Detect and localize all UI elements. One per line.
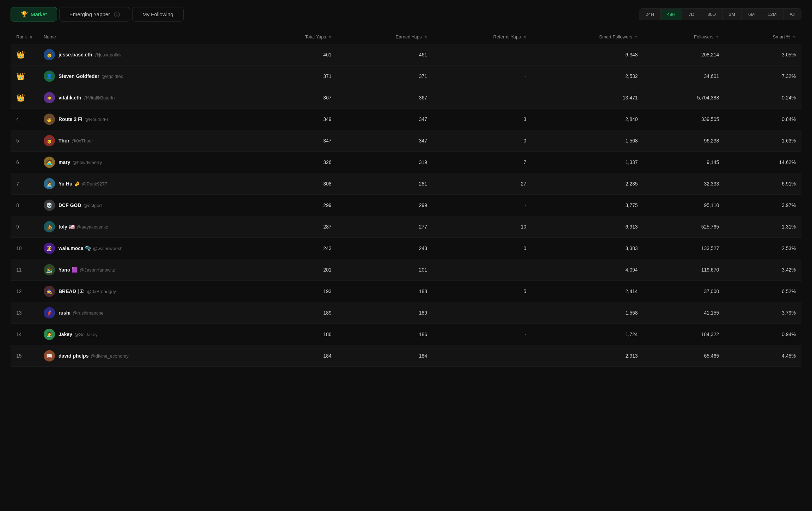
smart-followers-sort-icon: ⇅ — [635, 35, 638, 39]
name-cell: 🦸rushi@rushimanche — [38, 302, 253, 324]
cell-total-yaps: 299 — [253, 195, 337, 216]
tab-market[interactable]: 🏆 Market — [11, 7, 57, 22]
cell-smart-pct: 6.52% — [725, 281, 801, 302]
cell-total-yaps: 201 — [253, 259, 337, 281]
cell-total-yaps: 193 — [253, 281, 337, 302]
tab-group: 🏆 Market Emerging Yapper ℹ My Following — [11, 7, 184, 22]
cell-earned-yaps: 367 — [337, 87, 433, 109]
name-cell: 🧑jesse.base.eth@jessepollak — [38, 44, 253, 66]
table-row[interactable]: 5👩Thor@0xThoor34734701,56896,2381.63% — [11, 130, 801, 152]
time-3m[interactable]: 3M — [722, 9, 742, 20]
table-row[interactable]: 8💀DCF GOD@dcfgod299299-3,77595,1103.97% — [11, 195, 801, 216]
user-name: Steven Goldfeder@sgoldfed — [59, 73, 123, 79]
name-main: david phelps — [59, 353, 89, 359]
avatar: 📖 — [44, 350, 55, 361]
name-cell: 👩Thor@0xThoor — [38, 130, 253, 152]
time-7d[interactable]: 7D — [682, 9, 701, 20]
cell-followers: 184,322 — [644, 324, 725, 345]
col-referral-yaps[interactable]: Referral Yaps ⇅ — [433, 30, 532, 44]
cell-earned-yaps: 371 — [337, 66, 433, 87]
cell-referral-yaps: - — [433, 195, 532, 216]
col-earned-yaps[interactable]: Earned Yaps ⇅ — [337, 30, 433, 44]
table-row[interactable]: 14🧑‍⚕️Jakey@SolJakey186186-1,724184,3220… — [11, 324, 801, 345]
dash: - — [525, 267, 527, 273]
name-cell: 👨‍💼Yu Hu 🤌@Punk9277 — [38, 173, 253, 195]
cell-followers: 95,110 — [644, 195, 725, 216]
table-row[interactable]: 13🦸rushi@rushimanche189189-1,55841,1553.… — [11, 302, 801, 324]
leaderboard-table: Rank ⇅ Name Total Yaps ⇅ Earned Yaps ⇅ R… — [11, 30, 801, 367]
name-handle: @0xThoor — [72, 138, 93, 144]
cell-referral-yaps: 3 — [433, 109, 532, 130]
rank-cell: 12 — [11, 281, 38, 302]
table-row[interactable]: 15📖david phelps@divine_economy184184-2,9… — [11, 345, 801, 367]
col-smart-followers[interactable]: Smart Followers ⇅ — [532, 30, 643, 44]
name-handle: @SolJakey — [74, 332, 98, 337]
table-row[interactable]: 9🧑‍🎤toly 🇺🇸@aeyakovenko287277106,913525,… — [11, 216, 801, 238]
cell-smart-followers: 2,414 — [532, 281, 643, 302]
cell-referral-yaps: - — [433, 87, 532, 109]
name-main: jesse.base.eth — [59, 52, 92, 57]
cell-smart-followers: 13,471 — [532, 87, 643, 109]
cell-total-yaps: 461 — [253, 44, 337, 66]
col-followers[interactable]: Followers ⇅ — [644, 30, 725, 44]
avatar: 🧑‍🚀 — [44, 243, 55, 254]
crown-icon: 👑 — [16, 94, 25, 102]
cell-total-yaps: 349 — [253, 109, 337, 130]
name-cell: 💀DCF GOD@dcfgod — [38, 195, 253, 216]
cell-referral-yaps: - — [433, 44, 532, 66]
user-name: vitalik.eth@VitalikButerin — [59, 95, 115, 101]
cell-total-yaps: 186 — [253, 324, 337, 345]
tab-following[interactable]: My Following — [132, 7, 184, 22]
table-row[interactable]: 👑👤Steven Goldfeder@sgoldfed371371-2,5323… — [11, 66, 801, 87]
col-smart-pct[interactable]: Smart % ⇅ — [725, 30, 801, 44]
avatar: 🧑 — [44, 49, 55, 60]
user-name: BREAD | Σ:@0xBreadguy — [59, 288, 116, 294]
table-row[interactable]: 7👨‍💼Yu Hu 🤌@Punk9277308281272,23532,3336… — [11, 173, 801, 195]
cell-total-yaps: 347 — [253, 130, 337, 152]
table-row[interactable]: 👑🧑jesse.base.eth@jessepollak461461-6,348… — [11, 44, 801, 66]
time-24h[interactable]: 24H — [639, 9, 661, 20]
col-rank[interactable]: Rank ⇅ — [11, 30, 38, 44]
table-row[interactable]: 12🧙BREAD | Σ:@0xBreadguy19318852,41437,0… — [11, 281, 801, 302]
rank-sort-icon: ⇅ — [30, 35, 32, 39]
time-48h[interactable]: 48H — [661, 9, 682, 20]
table-row[interactable]: 👑🧔vitalik.eth@VitalikButerin367367-13,47… — [11, 87, 801, 109]
cell-smart-pct: 2.53% — [725, 238, 801, 259]
time-30d[interactable]: 30D — [701, 9, 722, 20]
cell-smart-followers: 1,724 — [532, 324, 643, 345]
info-icon[interactable]: ℹ — [114, 12, 120, 17]
cell-referral-yaps: 27 — [433, 173, 532, 195]
table-row[interactable]: 6🧑‍💻mary@howdymerry32631971,3379,14514.6… — [11, 152, 801, 173]
col-total-yaps[interactable]: Total Yaps ⇅ — [253, 30, 337, 44]
name-main: Jakey — [59, 331, 72, 337]
cell-total-yaps: 243 — [253, 238, 337, 259]
time-12m[interactable]: 12M — [761, 9, 783, 20]
table-row[interactable]: 10🧑‍🚀wale.moca 🫧@waleswoosh24324303,3831… — [11, 238, 801, 259]
name-handle: @JasonYanowitz — [80, 267, 115, 273]
cell-referral-yaps: 7 — [433, 152, 532, 173]
followers-sort-icon: ⇅ — [716, 35, 719, 39]
name-handle: @waleswoosh — [93, 246, 123, 251]
name-handle: @sgoldfed — [102, 74, 123, 79]
cell-smart-pct: 6.91% — [725, 173, 801, 195]
cell-referral-yaps: 0 — [433, 130, 532, 152]
dash: - — [525, 52, 527, 57]
avatar: 👨‍🎨 — [44, 264, 55, 275]
cell-smart-followers: 3,775 — [532, 195, 643, 216]
rank-cell: 6 — [11, 152, 38, 173]
tab-emerging[interactable]: Emerging Yapper ℹ — [59, 7, 130, 22]
time-all[interactable]: All — [783, 9, 801, 20]
dash: - — [525, 95, 527, 101]
rank-cell: 👑 — [11, 44, 38, 66]
user-name: Yano 🟪@JasonYanowitz — [59, 267, 115, 273]
table-row[interactable]: 11👨‍🎨Yano 🟪@JasonYanowitz201201-4,094119… — [11, 259, 801, 281]
user-name: Yu Hu 🤌@Punk9277 — [59, 181, 107, 187]
cell-followers: 119,670 — [644, 259, 725, 281]
cell-referral-yaps: - — [433, 259, 532, 281]
avatar: 👩 — [44, 135, 55, 146]
time-6m[interactable]: 6M — [742, 9, 761, 20]
name-cell: 📖david phelps@divine_economy — [38, 345, 253, 367]
cell-total-yaps: 308 — [253, 173, 337, 195]
rank-cell: 👑 — [11, 87, 38, 109]
table-row[interactable]: 4👨Route 2 FI@Route2FI34934732,840339,505… — [11, 109, 801, 130]
